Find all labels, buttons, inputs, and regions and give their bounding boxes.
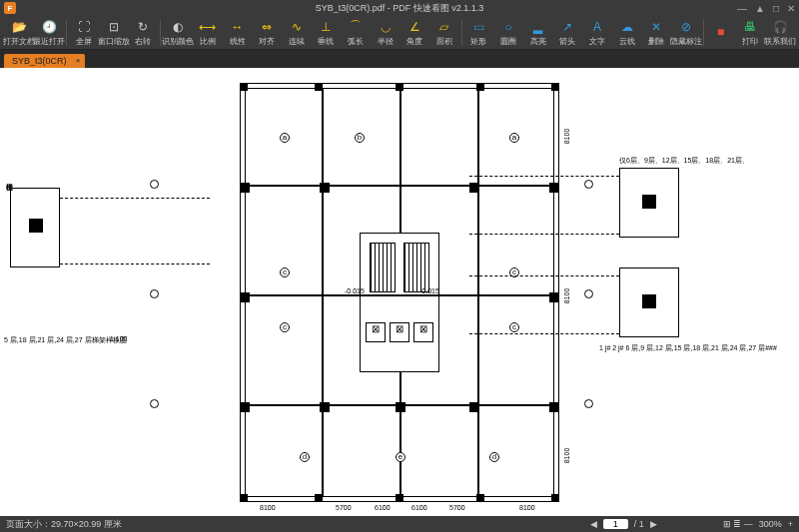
dimension-text: 8100 xyxy=(563,287,570,303)
align-button[interactable]: ⇔对齐 xyxy=(252,17,282,49)
room-label: c xyxy=(280,322,290,332)
delete-button[interactable]: ✕删除 xyxy=(641,17,671,49)
max-up-button[interactable]: ▲ xyxy=(755,3,765,14)
room-label: c xyxy=(509,322,519,332)
rotate-right-icon: ↻ xyxy=(135,19,151,35)
document-viewport[interactable]: ⊠ ⊠ ⊠ xyxy=(0,68,799,516)
contact-button[interactable]: 🎧联系我们 xyxy=(765,17,795,49)
floor-plan-drawing: ⊠ ⊠ ⊠ xyxy=(0,68,799,516)
hide-annot-icon: ⊘ xyxy=(678,19,694,35)
line-meas-icon: ↔ xyxy=(230,19,246,35)
recent-icon: 🕘 xyxy=(41,19,57,35)
rect-button[interactable]: ▭矩形 xyxy=(464,17,494,49)
minimize-button[interactable]: — xyxy=(737,3,747,14)
rect-icon: ▭ xyxy=(470,19,486,35)
polyline-icon: ⊥ xyxy=(318,19,334,35)
view-mode-icons[interactable]: ⊞ ≣ — xyxy=(723,519,753,529)
line-meas-button[interactable]: ↔线性 xyxy=(223,17,253,49)
rotate-right-button[interactable]: ↻右转 xyxy=(129,17,159,49)
left-drawing-note: 5 层,18 层,21 层,24 层,27 层梯架样板图 xyxy=(4,335,127,345)
room-label: d xyxy=(489,452,499,462)
arc-icon: ⌒ xyxy=(348,19,364,35)
detail-right-1 xyxy=(619,168,679,238)
angle-button[interactable]: ∠角度 xyxy=(400,17,429,49)
page-prev-button[interactable]: ◀ xyxy=(590,519,597,529)
zoom-in-button[interactable]: + xyxy=(788,519,793,529)
radius-button[interactable]: ◡半径 xyxy=(371,17,400,49)
rotate-right-label: 右转 xyxy=(135,36,151,47)
zoom-level[interactable]: 300% xyxy=(759,519,782,529)
dimension-text: 6100 xyxy=(375,504,391,511)
circle-label: 圆圈 xyxy=(500,36,516,47)
rect-label: 矩形 xyxy=(470,36,486,47)
stop-button[interactable]: ■ xyxy=(706,17,736,49)
delete-label: 删除 xyxy=(648,36,664,47)
back-color-icon: ◐ xyxy=(170,19,186,35)
continuous-icon: ∿ xyxy=(289,19,305,35)
arc-button[interactable]: ⌒弧长 xyxy=(341,17,371,49)
back-color-button[interactable]: ◐识别颜色 xyxy=(163,17,193,49)
grid-bubble xyxy=(150,289,159,298)
tab-label: SYB_t3(0CR) xyxy=(12,56,67,66)
app-logo: F xyxy=(4,2,16,14)
open-file-icon: 📂 xyxy=(11,19,27,35)
open-file-button[interactable]: 📂打开文档 xyxy=(4,17,34,49)
document-tab[interactable]: SYB_t3(0CR) × xyxy=(4,54,85,68)
highlight-button[interactable]: ▂高亮 xyxy=(523,17,553,49)
hide-annot-button[interactable]: ⊘隐藏标注 xyxy=(671,17,701,49)
print-label: 打印 xyxy=(742,36,758,47)
circle-button[interactable]: ○圆圈 xyxy=(493,17,523,49)
dimension-text: 8100 xyxy=(519,504,535,511)
window-zoom-button[interactable]: ⊡窗口缩放 xyxy=(99,17,129,49)
area-button[interactable]: ▱面积 xyxy=(429,17,459,49)
tab-close-icon[interactable]: × xyxy=(76,56,81,65)
main-toolbar: 📂打开文档🕘最近打开⛶全屏⊡窗口缩放↻右转◐识别颜色⟷比例↔线性⇔对齐∿连续⊥垂… xyxy=(0,16,799,50)
text-icon: A xyxy=(589,19,605,35)
status-bar: 页面大小：29.70×20.99 厘米 ◀ 1 / 1 ▶ ⊞ ≣ — 300%… xyxy=(0,516,799,532)
dimension-text: 6100 xyxy=(411,504,427,511)
scale-button[interactable]: ⟷比例 xyxy=(193,17,223,49)
polyline-label: 垂线 xyxy=(318,36,334,47)
cloud-icon: ☁ xyxy=(619,19,635,35)
polyline-button[interactable]: ⊥垂线 xyxy=(312,17,342,49)
print-icon: 🖶 xyxy=(742,19,758,35)
page-next-button[interactable]: ▶ xyxy=(650,519,657,529)
dimension-text: 8100 xyxy=(260,504,276,511)
title-bar: F SYB_t3(0CR).pdf - PDF 快速看图 v2.1.1.3 — … xyxy=(0,0,799,16)
continuous-label: 连续 xyxy=(289,36,305,47)
room-label: c xyxy=(280,267,290,277)
elevation-note: -0.015 xyxy=(419,287,439,294)
scale-label: 比例 xyxy=(200,36,216,47)
text-label: 文字 xyxy=(589,36,605,47)
restore-button[interactable]: □ xyxy=(773,3,779,14)
align-icon: ⇔ xyxy=(259,19,275,35)
page-number-input[interactable]: 1 xyxy=(603,519,628,529)
arrow-button[interactable]: ↗箭头 xyxy=(552,17,582,49)
right-side-note: 仅6层、9层、12层、15层、18层、21层、 xyxy=(619,156,749,166)
radius-label: 半径 xyxy=(378,36,394,47)
line-meas-label: 线性 xyxy=(230,36,246,47)
grid-bubble xyxy=(584,399,593,408)
close-button[interactable]: ✕ xyxy=(787,3,795,14)
dimension-text: 5700 xyxy=(449,504,465,511)
room-label: d xyxy=(300,452,310,462)
back-color-label: 识别颜色 xyxy=(162,36,194,47)
toolbar-separator xyxy=(461,20,462,46)
arrow-label: 箭头 xyxy=(559,36,575,47)
right-drawing-note: 1 j# 2 j# 6 层,9 层,12 层,15 层,18 层,21 层,24… xyxy=(599,343,777,353)
cloud-button[interactable]: ☁云线 xyxy=(612,17,642,49)
highlight-label: 高亮 xyxy=(530,36,546,47)
fullscreen-icon: ⛶ xyxy=(76,19,92,35)
fullscreen-button[interactable]: ⛶全屏 xyxy=(69,17,99,49)
room-label: e xyxy=(396,452,405,462)
window-title: SYB_t3(0CR).pdf - PDF 快速看图 v2.1.1.3 xyxy=(316,2,484,15)
print-button[interactable]: 🖶打印 xyxy=(736,17,766,49)
continuous-button[interactable]: ∿连续 xyxy=(282,17,312,49)
text-button[interactable]: A文字 xyxy=(582,17,612,49)
contact-icon: 🎧 xyxy=(772,19,788,35)
fullscreen-label: 全屏 xyxy=(76,36,92,47)
page-total-label: / 1 xyxy=(634,519,644,529)
grid-bubble xyxy=(584,180,593,189)
recent-button[interactable]: 🕘最近打开 xyxy=(34,17,64,49)
highlight-icon: ▂ xyxy=(530,19,546,35)
